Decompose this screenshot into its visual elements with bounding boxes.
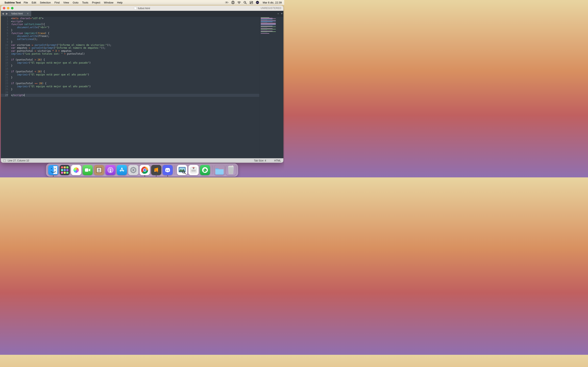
svg-rect-15: [85, 168, 88, 172]
syntax-selector[interactable]: HTML: [274, 159, 281, 162]
menu-project[interactable]: Project: [92, 1, 100, 4]
svg-point-4: [239, 3, 239, 4]
svg-rect-47: [191, 170, 196, 172]
sublime-window: futbol.html UNREGISTERED ◀ ▶ futbol.html…: [1, 6, 283, 163]
svg-rect-7: [250, 1, 253, 2]
svg-point-40: [166, 170, 167, 171]
svg-point-5: [244, 1, 246, 3]
svg-line-6: [246, 3, 246, 4]
dock-facetime[interactable]: [82, 165, 93, 175]
svg-point-41: [168, 170, 169, 171]
svg-line-35: [135, 167, 135, 168]
dock-finder[interactable]: [48, 165, 58, 175]
menu-file[interactable]: File: [24, 1, 28, 4]
svg-rect-9: [250, 3, 253, 4]
macos-dock: [46, 164, 238, 176]
dock-sublime[interactable]: [151, 165, 161, 175]
dock-preview[interactable]: [177, 165, 187, 175]
svg-point-13: [51, 168, 52, 169]
menu-selection[interactable]: Selection: [40, 1, 51, 4]
menu-find[interactable]: Find: [54, 1, 60, 4]
svg-point-48: [193, 168, 194, 169]
tab-strip: ◀ ▶ futbol.html ✕ ＋ ▾: [1, 11, 283, 17]
spotlight-icon[interactable]: [243, 1, 247, 4]
dock-discord[interactable]: [163, 165, 173, 175]
editor[interactable]: 1234567891011121314151617181920212223242…: [1, 17, 283, 158]
dock-separator: [212, 166, 212, 175]
code-area[interactable]: <meta charset="utf-8"><script>function s…: [10, 17, 259, 158]
dock-downloads[interactable]: [214, 165, 225, 175]
svg-rect-1: [228, 2, 228, 3]
dock-appstore[interactable]: [117, 165, 127, 175]
menu-goto[interactable]: Goto: [73, 1, 78, 4]
svg-line-53: [231, 167, 232, 174]
status-bar: Line 27, Column 10 Tab Size: 4 HTML: [1, 158, 283, 163]
menu-edit[interactable]: Edit: [32, 1, 36, 4]
tab-overflow-button[interactable]: ▾: [281, 12, 283, 15]
document-icon: [134, 7, 137, 9]
svg-line-27: [135, 172, 135, 173]
dock-whatsapp[interactable]: [200, 165, 210, 175]
dock-photos[interactable]: [71, 165, 81, 175]
svg-point-21: [110, 169, 111, 170]
dock-diskutil[interactable]: [189, 165, 199, 175]
window-title: futbol.html: [138, 7, 150, 10]
tab-futbol[interactable]: futbol.html ✕: [9, 11, 31, 16]
svg-line-32: [130, 168, 131, 169]
menu-window[interactable]: Window: [104, 1, 113, 4]
menu-tools[interactable]: Tools: [82, 1, 88, 4]
dock-podcasts[interactable]: [105, 165, 116, 175]
app-name[interactable]: Sublime Text: [4, 1, 21, 4]
dock-settings[interactable]: [128, 165, 138, 175]
menu-view[interactable]: View: [63, 1, 69, 4]
dock-contacts[interactable]: [94, 165, 104, 175]
minimap[interactable]: [259, 17, 283, 158]
menu-help[interactable]: Help: [117, 1, 122, 4]
svg-point-8: [252, 1, 252, 2]
user-icon[interactable]: [231, 1, 234, 4]
dock-launchpad[interactable]: [60, 165, 70, 175]
tab-size-selector[interactable]: Tab Size: 4: [254, 159, 266, 162]
svg-line-52: [230, 167, 231, 174]
tab-nav-prev[interactable]: ◀: [1, 11, 5, 16]
line-number-gutter: 1234567891011121314151617181920212223242…: [1, 17, 10, 158]
svg-point-24: [132, 169, 134, 171]
svg-point-39: [144, 169, 146, 171]
dock-chrome[interactable]: [140, 165, 150, 175]
cursor-position: Line 27, Column 10: [8, 159, 29, 162]
tab-nav-next[interactable]: ▶: [5, 11, 9, 16]
control-center-icon[interactable]: [250, 1, 253, 4]
window-titlebar[interactable]: futbol.html UNREGISTERED: [1, 6, 283, 11]
svg-point-18: [98, 169, 100, 170]
menubar-clock[interactable]: Mar 6 dic. 22:39: [263, 1, 282, 4]
svg-line-45: [184, 173, 186, 174]
svg-line-36: [135, 168, 136, 169]
battery-icon[interactable]: [225, 1, 228, 4]
macos-menubar: Sublime Text FileEditSelectionFindViewGo…: [0, 0, 284, 5]
svg-point-3: [232, 2, 233, 3]
new-tab-button[interactable]: ＋: [277, 12, 279, 16]
tab-close-icon[interactable]: ✕: [27, 12, 29, 15]
svg-line-30: [130, 171, 131, 172]
dock-separator: [175, 166, 175, 175]
svg-point-10: [250, 3, 251, 3]
svg-line-29: [132, 172, 132, 173]
wifi-icon[interactable]: [237, 1, 241, 4]
svg-point-14: [55, 168, 56, 169]
dock-trash[interactable]: [226, 165, 236, 175]
tab-label: futbol.html: [11, 12, 23, 15]
svg-line-33: [132, 167, 132, 168]
siri-icon[interactable]: [256, 1, 259, 4]
svg-line-26: [135, 171, 136, 172]
statusbar-panel-icon[interactable]: [3, 159, 6, 162]
